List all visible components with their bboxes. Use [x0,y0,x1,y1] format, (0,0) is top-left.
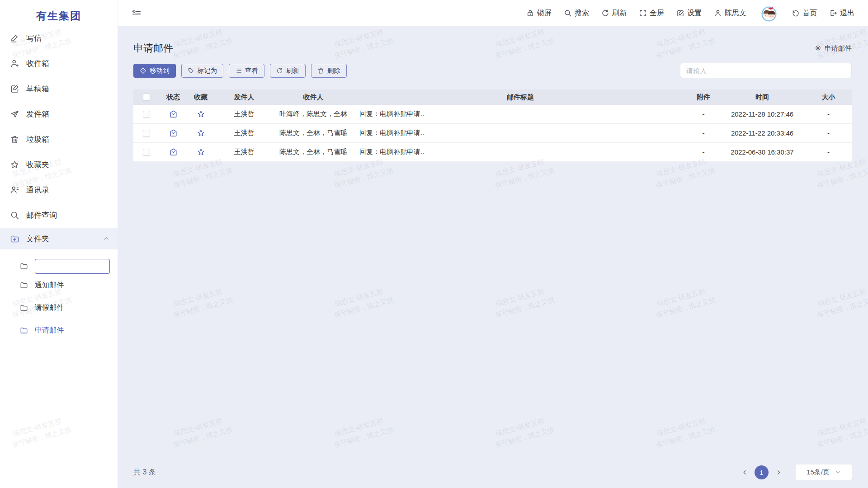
sidebar-item-label: 邮件查询 [26,210,57,221]
page-head: 申请邮件 申请邮件 [133,42,852,55]
favorite-star-icon[interactable] [197,110,205,118]
mail-open-icon [169,129,178,137]
send-plane-icon [10,109,19,119]
search-button[interactable]: 搜索 [564,9,589,18]
page-size-select[interactable]: 15条/页 [796,465,852,480]
search-label: 搜索 [575,9,589,18]
menu-fold-icon[interactable] [132,8,142,18]
new-folder-input[interactable] [35,259,110,274]
refresh-list-button[interactable]: 刷新 [270,64,306,78]
view-label: 查看 [245,66,258,75]
mail-sender: 王洪哲 [215,148,274,156]
sidebar-item-compose[interactable]: 写信 [0,25,118,51]
folder-icon [20,262,28,270]
column-header-star: 收藏 [187,93,215,102]
fullscreen-label: 全屏 [650,9,664,18]
column-header-size: 大小 [805,93,852,102]
mail-sender: 王洪哲 [215,110,274,118]
person-arrow-icon [10,59,19,68]
move-icon [140,67,146,74]
next-page-button[interactable] [772,466,785,479]
mail-attachment: - [688,110,719,118]
sidebar-item-label: 写信 [26,33,42,43]
page-number[interactable]: 1 [755,465,769,479]
empty-area [133,162,852,456]
sidebar-item-label: 文件夹 [26,234,49,244]
move-to-label: 移动到 [150,66,170,75]
mail-subject: 回复：电脑补贴申请.. [353,110,688,118]
app-window: 陈思文-研发五部保守秘密，慎之又慎陈思文-研发五部保守秘密，慎之又慎陈思文-研发… [0,0,868,488]
column-header-sender: 发件人 [215,93,274,102]
folder-item-leave[interactable]: 请假邮件 [0,296,118,319]
mail-open-icon [169,110,178,118]
favorite-star-icon[interactable] [197,148,205,156]
new-folder-row [0,258,118,274]
table-row[interactable]: 王洪哲 陈思文，全林，马雪瑶 回复：电脑补贴申请.. - 2022-11-22 … [133,124,852,143]
mail-sender: 王洪哲 [215,129,274,137]
favorite-star-icon[interactable] [197,129,205,137]
mail-size: - [805,110,852,118]
total-count: 共 3 条 [133,468,156,477]
column-header-attachment: 附件 [688,93,719,102]
chevron-down-icon [835,469,841,475]
row-checkbox[interactable] [143,130,150,137]
lock-icon [526,9,534,17]
undo-arrow-icon [792,9,800,17]
mail-subject: 回复：电脑补贴申请.. [353,129,688,137]
prev-page-button[interactable] [738,466,751,479]
fullscreen-icon [639,9,647,17]
sidebar-item-label: 通讯录 [26,185,49,195]
edit-square-icon [676,9,684,17]
refresh-button[interactable]: 刷新 [601,9,627,18]
home-label: 首页 [802,9,817,18]
settings-button[interactable]: 设置 [676,9,702,18]
row-checkbox[interactable] [143,111,150,118]
user-button[interactable]: 陈思文 [714,9,746,18]
select-all-checkbox[interactable] [143,94,150,101]
logout-label: 退出 [840,9,854,18]
sidebar-item-label: 收件箱 [26,58,49,69]
view-button[interactable]: 查看 [229,64,264,78]
trash-icon [10,135,19,144]
folder-item-notice[interactable]: 通知邮件 [0,274,118,296]
fullscreen-button[interactable]: 全屏 [639,9,664,18]
table-row[interactable]: 王洪哲 陈思文，全林，马雪瑶 回复：电脑补贴申请.. - 2022-06-30 … [133,143,852,162]
sidebar-item-contacts[interactable]: 通讯录 [0,177,118,202]
sidebar-item-mail-query[interactable]: 邮件查询 [0,202,118,228]
topbar-actions: 锁屏 搜索 刷新 [526,3,854,23]
folder-item-application[interactable]: 申请邮件 [0,319,118,342]
folder-plus-icon [10,234,19,244]
chevron-up-icon[interactable] [103,235,109,242]
search-icon [564,9,572,17]
move-to-button[interactable]: 移动到 [133,64,176,78]
mail-subject: 回复：电脑补贴申请.. [353,148,688,156]
sidebar-item-drafts[interactable]: 草稿箱 [0,76,118,101]
row-checkbox[interactable] [143,149,150,156]
brand-logo: 有生集团 [0,0,118,22]
sidebar-item-favorites[interactable]: 收藏夹 [0,152,118,177]
sidebar-item-inbox[interactable]: 收件箱 [0,51,118,76]
list-icon [235,67,242,74]
mark-as-button[interactable]: 标记为 [181,64,224,78]
main-content: 申请邮件 申请邮件 移动到 [118,26,868,488]
lock-screen-button[interactable]: 锁屏 [526,9,552,18]
logout-button[interactable]: 退出 [829,9,854,18]
user-icon [714,9,722,17]
mail-recipients: 陈思文，全林，马雪瑶 [274,148,353,156]
table-row[interactable]: 王洪哲 叶海峰，陈思文，全林 回复：电脑补贴申请.. - 2022-11-28 … [133,105,852,124]
mail-search-input[interactable] [680,63,852,78]
sidebar-item-trash[interactable]: 垃圾箱 [0,127,118,152]
folder-icon [20,326,28,334]
home-button[interactable]: 首页 [792,9,817,18]
user-avatar[interactable] [759,3,779,23]
folder-item-label: 通知邮件 [35,281,64,290]
page-size-value: 15条/页 [807,468,830,477]
mail-time: 2022-11-28 10:27:46 [719,110,805,118]
sidebar-item-sent[interactable]: 发件箱 [0,101,118,127]
mail-table: 状态 收藏 发件人 收件人 邮件标题 附件 时间 大小 王洪哲 叶海峰，陈思文，… [133,89,852,162]
topbar: 锁屏 搜索 刷新 [118,0,868,26]
delete-button[interactable]: 删除 [311,64,347,78]
mail-recipients: 叶海峰，陈思文，全林 [274,110,353,118]
sidebar-item-folders[interactable]: 文件夹 [0,228,118,249]
draft-document-icon [10,84,19,94]
